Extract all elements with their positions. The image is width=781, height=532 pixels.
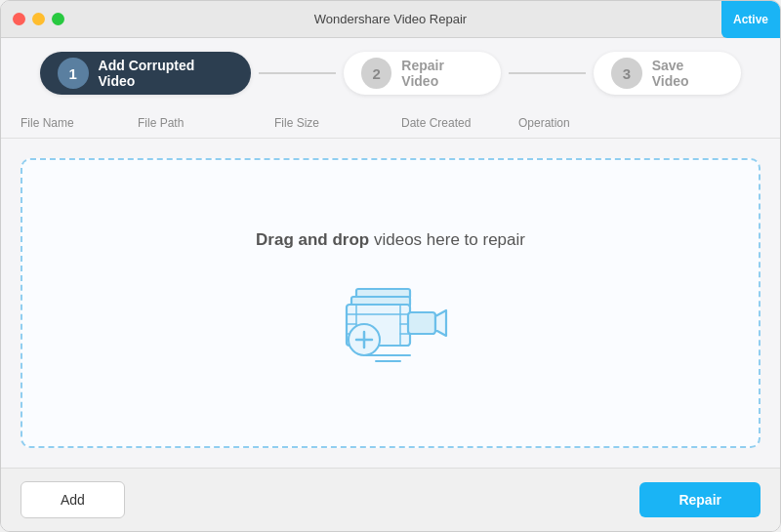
col-filesize: File Size [274, 116, 401, 130]
col-filename: File Name [21, 116, 138, 130]
step-3-circle: 3 [611, 58, 642, 89]
step-1-label: Add Corrupted Video [99, 58, 233, 89]
title-bar: Wondershare Video Repair Active [1, 1, 780, 38]
col-operation: Operation [518, 116, 760, 130]
svg-marker-11 [435, 310, 446, 336]
add-button[interactable]: Add [21, 481, 125, 518]
drop-area[interactable]: Drag and drop videos here to repair [21, 158, 760, 448]
window-controls [13, 13, 64, 25]
step-2[interactable]: 2 Repair Video [344, 52, 502, 95]
col-datecreated: Date Created [401, 116, 518, 130]
step-2-label: Repair Video [401, 58, 483, 89]
maximize-button[interactable] [52, 13, 64, 25]
step-2-circle: 2 [361, 58, 392, 89]
drop-area-wrapper: Drag and drop videos here to repair [1, 139, 780, 468]
table-header: File Name File Path File Size Date Creat… [1, 108, 780, 139]
svg-rect-10 [408, 312, 435, 334]
step-connector-1 [259, 72, 336, 74]
step-1-circle: 1 [58, 58, 89, 89]
drop-text: Drag and drop videos here to repair [256, 230, 525, 250]
col-filepath: File Path [138, 116, 274, 130]
bottom-bar: Add Repair [1, 468, 780, 531]
repair-button[interactable]: Repair [639, 482, 760, 517]
minimize-button[interactable] [32, 13, 45, 25]
steps-bar: 1 Add Corrupted Video 2 Repair Video 3 S… [1, 38, 780, 108]
close-button[interactable] [13, 13, 25, 25]
step-1[interactable]: 1 Add Corrupted Video [40, 52, 251, 95]
step-3-label: Save Video [652, 58, 723, 89]
drop-icon [327, 269, 454, 377]
step-connector-2 [509, 72, 586, 74]
window-title: Wondershare Video Repair [314, 12, 467, 26]
main-window: Wondershare Video Repair Active 1 Add Co… [0, 0, 781, 532]
step-3[interactable]: 3 Save Video [594, 52, 741, 95]
active-badge: Active [721, 1, 780, 38]
